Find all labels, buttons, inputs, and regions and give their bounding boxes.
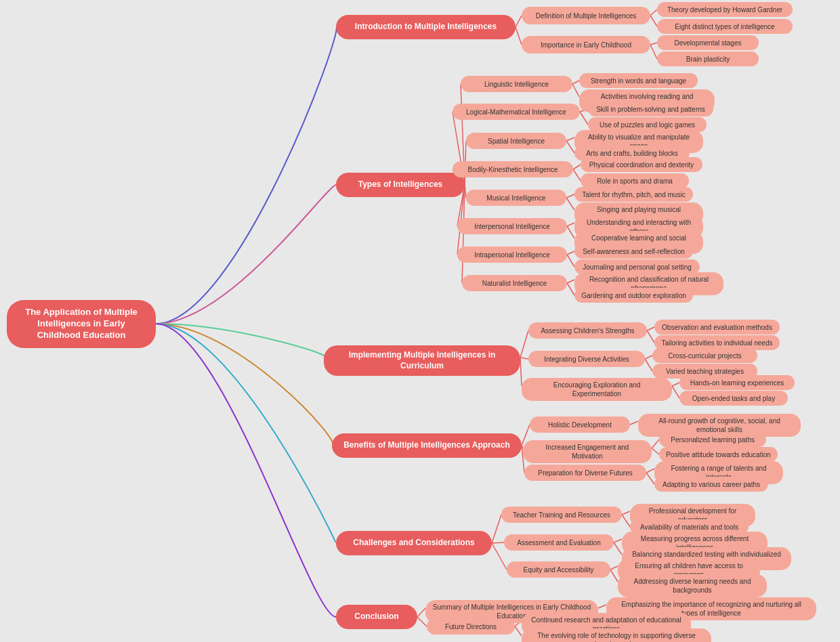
node-preparation-for-diverse-future: Preparation for Diverse Futures [524, 465, 646, 481]
node-encouraging-exploration-and-ex: Encouraging Exploration and Experimentat… [522, 378, 672, 401]
node-intrapersonal-intelligence: Intrapersonal Intelligence [457, 247, 567, 263]
node-holistic-development: Holistic Development [530, 416, 630, 433]
node-hands-on-learning-experiences: Hands-on learning experiences [679, 375, 795, 390]
node-integrating-diverse-activities: Integrating Diverse Activities [528, 351, 645, 367]
node-cross-curricular-projects: Cross-curricular projects [652, 348, 757, 363]
node-logical-mathematical-intellige: Logical-Mathematical Intelligence [453, 104, 580, 120]
node-strength-in-words-and-language: Strength in words and language [579, 73, 698, 88]
node-adapting-to-various-career-pat: Adapting to various career paths [654, 477, 768, 492]
node-brain-plasticity: Brain plasticity [657, 51, 759, 66]
node-talent-for-rhythm,-pitch,-and-: Talent for rhythm, pitch, and music [574, 187, 693, 202]
node-addressing-diverse-learning-ne: Addressing diverse learning needs and ba… [618, 574, 767, 597]
node-naturalist-intelligence: Naturalist Intelligence [462, 275, 567, 291]
node-open-ended-tasks-and-play: Open-ended tasks and play [679, 391, 788, 406]
node-observation-and-evaluation-met: Observation and evaluation methods [654, 320, 780, 335]
node-introduction-to-multiple-intel: Introduction to Multiple Intelligences [336, 15, 516, 39]
node-developmental-stages: Developmental stages [657, 35, 759, 50]
node-gardening-and-outdoor-explorat: Gardening and outdoor exploration [574, 288, 693, 303]
node-benefits-of-multiple-intellige: Benefits of Multiple Intelligences Appro… [332, 433, 522, 458]
node-interpersonal-intelligence: Interpersonal Intelligence [457, 218, 567, 234]
node-equity-and-accessibility: Equity and Accessibility [507, 561, 610, 578]
node-skill-in-problem-solving-and-p: Skill in problem-solving and patterns [588, 102, 713, 116]
node-challenges-and-considerations: Challenges and Considerations [336, 531, 492, 555]
node-physical-coordination-and-dext: Physical coordination and dexterity [581, 157, 702, 172]
node-types-of-intelligences: Types of Intelligences [336, 173, 465, 197]
node-future-directions: Future Directions [427, 618, 515, 635]
node-implementing-multiple-intellig: Implementing Multiple Intelligences in C… [324, 345, 520, 376]
node-conclusion: Conclusion [336, 605, 417, 629]
node-definition-of-multiple-intelli: Definition of Multiple Intelligences [522, 7, 650, 24]
node-teacher-training-and-resources: Teacher Training and Resources [501, 507, 622, 523]
node-increased-engagement-and-motiv: Increased Engagement and Motivation [523, 440, 652, 463]
node-assessment-and-evaluation: Assessment and Evaluation [504, 534, 614, 551]
node-self-awareness-and-self-reflec: Self-awareness and self-reflection [574, 244, 693, 259]
node-importance-in-early-childhood: Importance in Early Childhood [522, 36, 650, 53]
node-positive-attitude-towards-educ: Positive attitude towards education [659, 447, 778, 462]
mind-map: The Application of Multiple Intelligence… [0, 0, 840, 642]
node-theory-developed-by-howard-gar: Theory developed by Howard Gardner [657, 2, 793, 17]
node-role-in-sports-and-drama: Role in sports and drama [581, 173, 689, 188]
node-spatial-intelligence: Spatial Intelligence [466, 133, 566, 149]
node-musical-intelligence: Musical Intelligence [466, 190, 566, 206]
node-bodily-kinesthetic-intelligenc: Bodily-Kinesthetic Intelligence [453, 161, 573, 177]
node-eight-distinct-types-of-intell: Eight distinct types of intelligence [657, 19, 793, 34]
node-personalized-learning-paths: Personalized learning paths [659, 432, 766, 447]
node-assessing-children's-strengths: Assessing Children's Strengths [528, 322, 647, 339]
node-linguistic-intelligence: Linguistic Intelligence [461, 76, 572, 92]
node-the-application-of-multiple-in: The Application of Multiple Intelligence… [7, 300, 156, 348]
node-the-evolving-role-of-technolog: The evolving role of technology in suppo… [522, 628, 711, 642]
